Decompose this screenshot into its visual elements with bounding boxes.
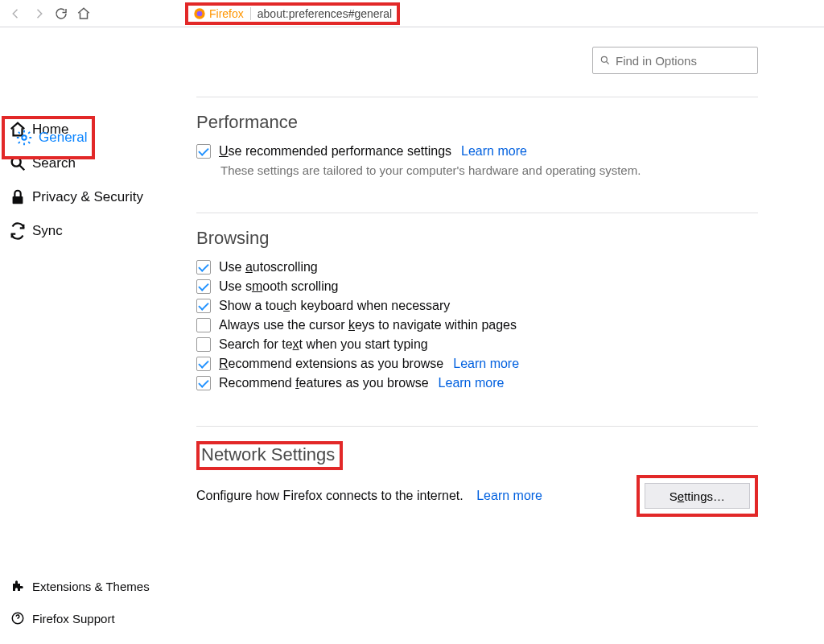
svg-rect-4 bbox=[13, 196, 23, 204]
search-placeholder: Find in Options bbox=[616, 54, 697, 68]
home-button[interactable] bbox=[74, 4, 93, 23]
performance-hint: These settings are tailored to your comp… bbox=[220, 163, 758, 177]
checkbox-row-recommend-extensions[interactable]: Recommend extensions as you browse Learn… bbox=[196, 357, 758, 371]
checkbox[interactable] bbox=[196, 357, 211, 371]
preferences-sidebar: General Home Search Privacy & Security S… bbox=[0, 27, 193, 644]
gear-icon bbox=[13, 129, 35, 147]
svg-point-1 bbox=[197, 10, 203, 16]
sidebar-item-label: Privacy & Security bbox=[32, 189, 143, 205]
checkbox-label: Recommend features as you browse bbox=[219, 376, 429, 390]
divider bbox=[196, 97, 758, 97]
learn-more-link[interactable]: Learn more bbox=[453, 357, 519, 371]
svg-point-6 bbox=[601, 56, 607, 62]
search-icon bbox=[599, 55, 611, 66]
sidebar-item-label: General bbox=[39, 130, 87, 146]
checkbox[interactable] bbox=[196, 279, 211, 294]
checkbox[interactable] bbox=[196, 318, 211, 332]
learn-more-link[interactable]: Learn more bbox=[461, 144, 527, 159]
highlight-network-title: Network Settings bbox=[196, 441, 343, 470]
sidebar-item-general[interactable]: General bbox=[6, 121, 87, 155]
highlight-settings-button: Settings… bbox=[637, 475, 758, 517]
section-title-performance: Performance bbox=[196, 112, 758, 133]
checkbox[interactable] bbox=[196, 299, 211, 313]
checkbox[interactable] bbox=[196, 337, 211, 352]
network-description: Configure how Firefox connects to the in… bbox=[196, 489, 464, 502]
preferences-content: Find in Options Performance Use recommen… bbox=[193, 27, 824, 644]
checkbox-label: Search for text when you start typing bbox=[219, 337, 428, 352]
svg-point-2 bbox=[22, 135, 27, 140]
sidebar-item-extensions[interactable]: Extensions & Themes bbox=[0, 570, 193, 602]
back-button[interactable] bbox=[6, 4, 26, 23]
network-description-row: Configure how Firefox connects to the in… bbox=[196, 489, 542, 503]
sidebar-item-label: Extensions & Themes bbox=[32, 580, 150, 593]
checkbox-row-search-typing[interactable]: Search for text when you start typing bbox=[196, 337, 758, 352]
urlbar-text: about:preferences#general bbox=[258, 7, 392, 20]
checkbox-label: Use smooth scrolling bbox=[219, 279, 339, 294]
browser-toolbar: Firefox about:preferences#general bbox=[0, 0, 824, 27]
forward-button[interactable] bbox=[29, 4, 48, 23]
puzzle-icon bbox=[6, 579, 29, 593]
checkbox-label: Recommend extensions as you browse bbox=[219, 357, 443, 371]
highlight-general: General bbox=[2, 116, 95, 159]
checkbox-row-touch-keyboard[interactable]: Show a touch keyboard when necessary bbox=[196, 299, 758, 313]
lock-icon bbox=[6, 188, 29, 206]
firefox-icon bbox=[193, 7, 206, 20]
sidebar-item-label: Firefox Support bbox=[32, 612, 115, 625]
checkbox[interactable] bbox=[196, 144, 211, 159]
sync-icon bbox=[6, 222, 29, 240]
sidebar-item-label: Sync bbox=[32, 223, 63, 239]
find-in-options-input[interactable]: Find in Options bbox=[592, 47, 758, 74]
urlbar-brand: Firefox bbox=[209, 7, 251, 20]
section-title-network: Network Settings bbox=[201, 444, 335, 465]
sidebar-item-support[interactable]: Firefox Support bbox=[0, 602, 193, 634]
checkbox-label: Use autoscrolling bbox=[219, 260, 318, 275]
sidebar-item-privacy[interactable]: Privacy & Security bbox=[0, 180, 193, 214]
checkbox-label: Show a touch keyboard when necessary bbox=[219, 299, 450, 313]
checkbox-row-smooth-scroll[interactable]: Use smooth scrolling bbox=[196, 279, 758, 294]
network-settings-button[interactable]: Settings… bbox=[645, 483, 750, 509]
checkbox-row-cursor-keys[interactable]: Always use the cursor keys to navigate w… bbox=[196, 318, 758, 332]
divider bbox=[196, 426, 758, 427]
checkbox-label: Use recommended performance settings bbox=[219, 144, 451, 159]
help-icon bbox=[6, 611, 29, 625]
checkbox-row-recommended-perf[interactable]: Use recommended performance settings Lea… bbox=[196, 144, 758, 159]
checkbox[interactable] bbox=[196, 376, 211, 390]
checkbox[interactable] bbox=[196, 260, 211, 275]
sidebar-item-sync[interactable]: Sync bbox=[0, 214, 193, 248]
section-title-browsing: Browsing bbox=[196, 228, 758, 249]
checkbox-row-recommend-features[interactable]: Recommend features as you browse Learn m… bbox=[196, 376, 758, 390]
reload-button[interactable] bbox=[52, 4, 71, 23]
url-bar[interactable]: Firefox about:preferences#general bbox=[185, 2, 400, 25]
divider bbox=[196, 213, 758, 213]
checkbox-row-autoscroll[interactable]: Use autoscrolling bbox=[196, 260, 758, 275]
checkbox-label: Always use the cursor keys to navigate w… bbox=[219, 318, 517, 332]
learn-more-link[interactable]: Learn more bbox=[439, 376, 505, 390]
learn-more-link[interactable]: Learn more bbox=[476, 489, 542, 502]
